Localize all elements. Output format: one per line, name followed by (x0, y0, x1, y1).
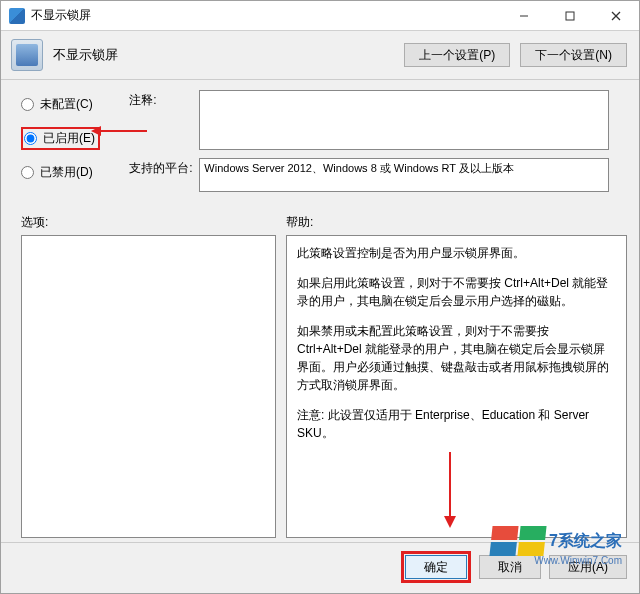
options-panel (21, 235, 276, 538)
platform-value: Windows Server 2012、Windows 8 或 Windows … (199, 158, 609, 192)
window-controls (501, 1, 639, 30)
radio-not-configured-input[interactable] (21, 98, 34, 111)
radio-disabled[interactable]: 已禁用(D) (21, 164, 126, 181)
comment-row: 注释: (129, 90, 609, 150)
platform-row: 支持的平台: Windows Server 2012、Windows 8 或 W… (129, 158, 609, 192)
details-column: 注释: 支持的平台: Windows Server 2012、Windows 8… (129, 90, 609, 200)
header-row: 不显示锁屏 上一个设置(P) 下一个设置(N) (1, 31, 639, 80)
form-area: 未配置(C) 已启用(E) 已禁用(D) 注释: 支持 (1, 80, 639, 206)
help-paragraph: 此策略设置控制是否为用户显示锁屏界面。 (297, 244, 616, 262)
radio-disabled-label: 已禁用(D) (40, 164, 93, 181)
platform-label: 支持的平台: (129, 158, 199, 192)
state-radio-group: 未配置(C) 已启用(E) 已禁用(D) (21, 90, 126, 195)
section-labels: 选项: 帮助: (1, 206, 639, 235)
help-label: 帮助: (286, 214, 313, 231)
options-label: 选项: (21, 214, 286, 231)
radio-disabled-input[interactable] (21, 166, 34, 179)
body-row: 此策略设置控制是否为用户显示锁屏界面。 如果启用此策略设置，则对于不需要按 Ct… (1, 235, 639, 542)
titlebar: 不显示锁屏 (1, 1, 639, 31)
radio-enabled-input[interactable] (24, 132, 37, 145)
svg-rect-1 (566, 12, 574, 20)
ok-button[interactable]: 确定 (405, 555, 467, 579)
help-paragraph: 如果禁用或未配置此策略设置，则对于不需要按 Ctrl+Alt+Del 就能登录的… (297, 322, 616, 394)
app-icon (9, 8, 25, 24)
page-title: 不显示锁屏 (53, 46, 394, 64)
window-title: 不显示锁屏 (31, 7, 501, 24)
watermark-url: Www.Winwin7.Com (534, 555, 622, 566)
radio-enabled-label: 已启用(E) (43, 130, 95, 147)
dialog-window: 不显示锁屏 不显示锁屏 上一个设置(P) 下一个设置(N) 未配置(C) (0, 0, 640, 594)
annotation-highlight-ok: 确定 (401, 551, 471, 583)
svg-marker-5 (91, 126, 101, 136)
help-paragraph: 如果启用此策略设置，则对于不需要按 Ctrl+Alt+Del 就能登录的用户，其… (297, 274, 616, 310)
cancel-button[interactable]: 取消 (479, 555, 541, 579)
next-setting-button[interactable]: 下一个设置(N) (520, 43, 627, 67)
prev-setting-button[interactable]: 上一个设置(P) (404, 43, 510, 67)
minimize-button[interactable] (501, 1, 547, 30)
help-paragraph: 注意: 此设置仅适用于 Enterprise、Education 和 Serve… (297, 406, 616, 442)
maximize-button[interactable] (547, 1, 593, 30)
radio-not-configured-label: 未配置(C) (40, 96, 93, 113)
comment-label: 注释: (129, 90, 199, 150)
annotation-arrow-left-icon (89, 122, 149, 140)
comment-textarea[interactable] (199, 90, 609, 150)
policy-icon (11, 39, 43, 71)
close-button[interactable] (593, 1, 639, 30)
help-panel[interactable]: 此策略设置控制是否为用户显示锁屏界面。 如果启用此策略设置，则对于不需要按 Ct… (286, 235, 627, 538)
radio-not-configured[interactable]: 未配置(C) (21, 96, 126, 113)
footer: 确定 取消 应用(A) (1, 542, 639, 593)
